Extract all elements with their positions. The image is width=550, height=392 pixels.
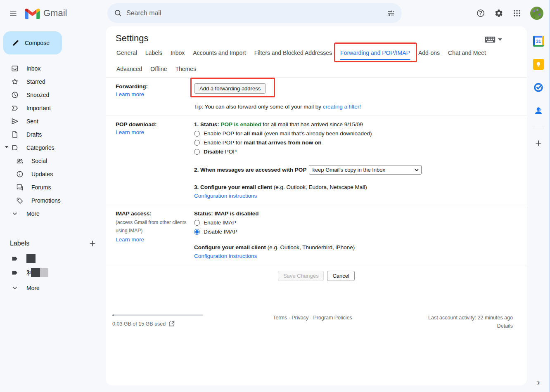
privacy-link[interactable]: Privacy: [292, 315, 308, 321]
google-apps-grid-icon[interactable]: [509, 5, 525, 21]
sidebar-item-categories[interactable]: Categories: [0, 141, 106, 154]
terms-link[interactable]: Terms: [273, 315, 287, 321]
label-tag-icon: [11, 255, 19, 263]
imap-option-enable: Enable IMAP: [194, 220, 520, 226]
active-tab-label: Forwarding and POP/IMAP: [340, 50, 410, 56]
cancel-button[interactable]: Cancel: [327, 271, 354, 281]
calendar-app-button[interactable]: 31: [530, 33, 547, 50]
sidebar-item-snoozed[interactable]: Snoozed: [0, 88, 106, 102]
sidebar-item-label: Updates: [31, 171, 53, 177]
sidebar-item-important[interactable]: Important: [0, 102, 106, 115]
input-tools-toggle[interactable]: [485, 36, 502, 43]
left-sidebar: Compose Inbox Starred Snoozed Important …: [0, 26, 106, 392]
pencil-icon: [12, 39, 20, 47]
sidebar-item-label: Promotions: [31, 197, 61, 204]
radio-button[interactable]: [194, 140, 200, 146]
pop-when-label: 2. When messages are accessed with POP: [194, 167, 306, 173]
radio-button[interactable]: [194, 149, 200, 155]
tab-add-ons[interactable]: Add-ons: [414, 45, 444, 61]
external-link-icon[interactable]: [169, 321, 175, 327]
tab-forwarding-and-pop-imap[interactable]: Forwarding and POP/IMAP: [336, 45, 414, 61]
imap-configuration-instructions-link[interactable]: Configuration instructions: [194, 253, 257, 259]
sidebar-item-label: Snoozed: [26, 92, 49, 98]
add-forwarding-address-button[interactable]: Add a forwarding address: [194, 83, 266, 94]
sidebar-item-sent[interactable]: Sent: [0, 115, 106, 128]
tab-advanced[interactable]: Advanced: [112, 61, 146, 78]
creating-a-filter-link[interactable]: creating a filter!: [323, 104, 361, 110]
add-label-plus-icon[interactable]: [88, 239, 97, 248]
save-changes-button[interactable]: Save Changes: [278, 271, 324, 281]
get-add-ons-button[interactable]: [530, 135, 547, 151]
pop-configure-line: 3. Configure your email client (e.g. Out…: [194, 184, 520, 190]
tab-accounts-and-import[interactable]: Accounts and Import: [189, 45, 250, 61]
search-icon[interactable]: [110, 5, 126, 21]
chevron-down-icon: [11, 210, 19, 218]
keyboard-icon: [485, 36, 495, 43]
side-panel-divider: [532, 128, 545, 128]
help-icon[interactable]: [472, 5, 489, 21]
chevron-down-icon: [498, 38, 502, 41]
sidebar-item-label: Social: [31, 158, 47, 164]
redacted-label-text: [40, 268, 48, 277]
search-options-icon[interactable]: [383, 5, 399, 21]
tasks-app-button[interactable]: [530, 79, 547, 96]
gmail-logo[interactable]: Gmail: [25, 7, 67, 19]
hamburger-menu-icon[interactable]: [5, 5, 21, 21]
keep-icon: [533, 59, 544, 70]
sidebar-item-label: Categories: [26, 144, 55, 151]
labels-more[interactable]: More: [0, 281, 106, 295]
details-link[interactable]: Details: [389, 323, 513, 329]
tab-filters-and-blocked-addresses[interactable]: Filters and Blocked Addresses: [250, 45, 336, 61]
hide-side-panel-chevron[interactable]: ›: [527, 378, 550, 387]
sidebar-item-promotions[interactable]: Promotions: [0, 194, 106, 207]
tab-themes[interactable]: Themes: [171, 61, 201, 78]
imap-option-disable: Disable IMAP: [194, 229, 520, 235]
radio-label: Enable POP for all mail (even mail that'…: [204, 130, 372, 137]
sidebar-item-starred[interactable]: Starred: [0, 75, 106, 88]
settings-gear-icon[interactable]: [491, 5, 507, 21]
sidebar-item-drafts[interactable]: Drafts: [0, 128, 106, 141]
last-activity-text: Last account activity: 22 minutes ago: [389, 315, 513, 321]
contacts-app-button[interactable]: [530, 102, 547, 119]
tab-chat-and-meet[interactable]: Chat and Meet: [444, 45, 490, 61]
radio-button[interactable]: [194, 220, 200, 226]
compose-button[interactable]: Compose: [3, 31, 62, 54]
calendar-icon: 31: [533, 36, 544, 47]
label-row[interactable]: 利: [0, 266, 106, 280]
account-avatar[interactable]: [530, 7, 543, 20]
radio-label: Enable IMAP: [204, 220, 236, 226]
tab-inbox[interactable]: Inbox: [166, 45, 189, 61]
imap-status: Status: IMAP is disabled: [194, 210, 259, 217]
imap-learn-more-link[interactable]: Learn more: [116, 236, 144, 243]
keep-app-button[interactable]: [530, 56, 547, 73]
pop-learn-more-link[interactable]: Learn more: [116, 129, 144, 135]
tab-offline[interactable]: Offline: [146, 61, 171, 78]
tab-labels[interactable]: Labels: [141, 45, 166, 61]
sidebar-item-social[interactable]: Social: [0, 154, 106, 168]
pop-option-from-now-on: Enable POP for mail that arrives from no…: [194, 139, 520, 146]
pop-action-select[interactable]: keep Gmail's copy in the Inbox: [309, 165, 422, 175]
sidebar-item-more[interactable]: More: [0, 207, 106, 220]
program-policies-link[interactable]: Program Policies: [313, 315, 352, 321]
important-marker-icon: [11, 104, 19, 112]
pop-status-suffix: for all mail that has arrived since 9/15…: [261, 121, 363, 128]
sidebar-item-inbox[interactable]: Inbox: [0, 62, 106, 75]
separator: ·: [308, 315, 313, 321]
radio-label: Disable IMAP: [204, 229, 237, 235]
radio-label: Disable POP: [204, 149, 237, 155]
search-bar[interactable]: [107, 3, 402, 23]
forwarding-learn-more-link[interactable]: Learn more: [116, 91, 144, 97]
pop-configuration-instructions-link[interactable]: Configuration instructions: [194, 193, 257, 199]
select-value: keep Gmail's copy in the Inbox: [312, 167, 385, 173]
tab-general[interactable]: General: [112, 45, 141, 61]
footer-links: Terms · Privacy · Program Policies: [236, 311, 389, 329]
sidebar-item-updates[interactable]: Updates: [0, 168, 106, 181]
search-input[interactable]: [126, 9, 383, 17]
radio-button[interactable]: [194, 131, 200, 137]
collapse-caret-icon[interactable]: [5, 146, 8, 148]
sidebar-item-label: Important: [26, 105, 51, 111]
settings-panel: Settings General Labels Inbox Accounts a…: [106, 26, 527, 385]
sidebar-item-forums[interactable]: Forums: [0, 181, 106, 194]
radio-button[interactable]: [194, 229, 200, 235]
label-row[interactable]: [0, 252, 106, 266]
